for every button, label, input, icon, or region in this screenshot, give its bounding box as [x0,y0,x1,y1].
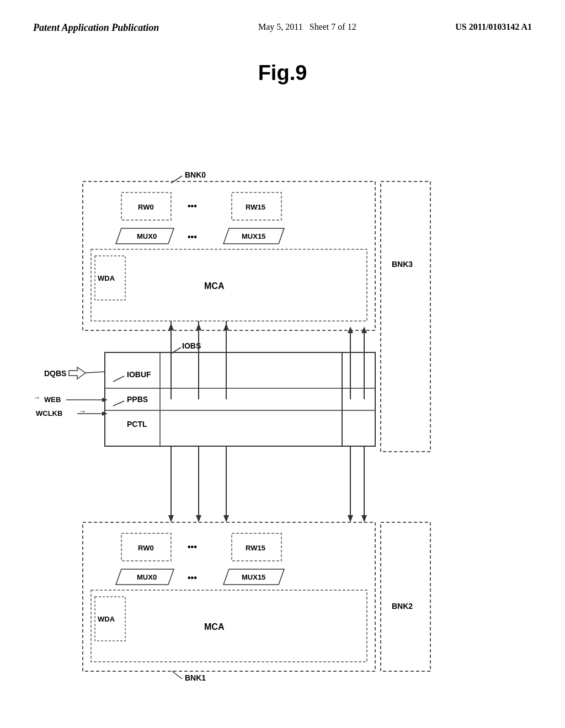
patent-number: US 2011/0103142 A1 [455,22,532,32]
svg-rect-46 [83,522,375,671]
date-sheet: May 5, 2011 Sheet 7 of 12 [258,22,356,32]
svg-rect-6 [91,249,367,321]
iobuf-label: IOBUF [127,370,151,379]
svg-line-19 [113,376,124,382]
wda-bot-label: WDA [98,615,115,623]
wda-top-label: WDA [98,274,115,282]
svg-marker-41 [223,515,229,522]
bnk2-label: BNK2 [392,602,413,611]
dots-mux-bot: ••• [188,573,197,582]
svg-marker-39 [196,515,201,522]
dots-mux-top: ••• [188,232,197,242]
dots-rw-bot: ••• [188,542,197,552]
svg-marker-45 [361,515,367,522]
pctl-label: PCTL [127,420,147,429]
svg-text:→: → [33,393,40,402]
bnk1-label: BNK1 [185,673,206,682]
svg-text:→: → [79,407,86,415]
diagram-svg: BNK0 RW0 ••• RW15 MUX0 ••• MUX15 WDA MCA… [0,96,565,703]
dqbs-label: DQBS [44,369,66,378]
web-label: WEB [44,395,61,404]
mux0-bot-label: MUX0 [137,573,157,581]
mux0-top-label: MUX0 [137,232,157,240]
wclkb-label: WCLKB [36,409,62,417]
rw0-top-label: RW0 [138,203,154,211]
mux15-bot-label: MUX15 [242,573,265,581]
svg-rect-52 [91,590,367,662]
svg-line-47 [172,671,182,679]
rw15-bot-label: RW15 [246,544,265,552]
svg-line-29 [86,372,105,373]
svg-rect-54 [381,181,430,452]
svg-rect-55 [381,522,430,671]
svg-rect-24 [342,352,375,446]
svg-marker-43 [348,515,353,522]
publication-title: Patent Application Publication [33,22,159,34]
svg-line-20 [113,401,124,406]
bnk3-label: BNK3 [392,260,413,269]
rw0-bot-label: RW0 [138,544,154,552]
ppbs-label: PPBS [127,395,148,404]
rw15-top-label: RW15 [246,203,265,211]
mux15-top-label: MUX15 [242,232,265,240]
mca-top-label: MCA [204,281,225,291]
bnk0-label: BNK0 [185,170,206,179]
svg-line-1 [171,176,182,183]
figure-title: Fig.9 [0,61,565,85]
dots-rw-top: ••• [188,201,197,211]
svg-rect-0 [83,181,375,330]
mca-bot-label: MCA [204,622,225,631]
svg-marker-37 [168,515,174,522]
page-header: Patent Application Publication May 5, 20… [0,0,565,45]
